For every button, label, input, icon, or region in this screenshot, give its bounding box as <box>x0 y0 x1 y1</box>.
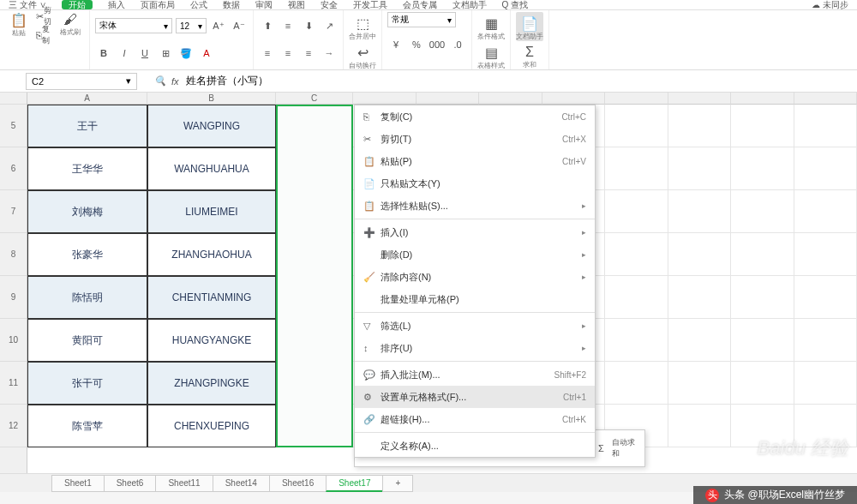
cell-b8[interactable]: ZHANGHAOHUA <box>147 233 276 276</box>
border-icon[interactable]: ⊞ <box>157 45 174 62</box>
cell-b12[interactable]: CHENXUEPING <box>147 405 276 447</box>
cell-a6[interactable]: 王华华 <box>27 147 147 190</box>
sheet-tab-sheet1[interactable]: Sheet1 <box>51 475 105 492</box>
increase-font-icon[interactable]: A⁺ <box>210 17 227 34</box>
menu-item-link[interactable]: 🔗超链接(H)...Ctrl+K <box>355 408 595 430</box>
menu-item-item[interactable]: 删除(D)▸ <box>355 243 595 266</box>
copy-button[interactable]: ⎘ 复制 <box>36 27 53 44</box>
cell-a12[interactable]: 陈雪苹 <box>27 405 147 447</box>
align-mid-icon[interactable]: ≡ <box>279 17 297 34</box>
cell-b9[interactable]: CHENTIANMING <box>147 276 276 319</box>
cell-b6[interactable]: WANGHUAHUA <box>147 147 276 190</box>
decrease-font-icon[interactable]: A⁻ <box>231 17 248 34</box>
tab-formula[interactable]: 公式 <box>190 0 207 11</box>
row-header[interactable]: 9 <box>0 276 27 319</box>
sort-icon: ↕ <box>363 343 381 353</box>
menu-item-format[interactable]: ⚙设置单元格格式(F)...Ctrl+1 <box>355 386 595 408</box>
cut-button[interactable]: ✂ 剪切 <box>36 8 53 25</box>
row-header[interactable]: 11 <box>0 362 27 405</box>
menu-item-copy[interactable]: ⎘复制(C)Ctrl+C <box>355 105 595 128</box>
menu-item-item[interactable]: 定义名称(A)... <box>355 435 595 457</box>
row-header[interactable]: 10 <box>0 319 27 362</box>
menu-item-paste[interactable]: 📋粘贴(P)Ctrl+V <box>355 150 595 172</box>
col-header-c[interactable]: C <box>276 93 353 105</box>
format-painter[interactable]: 🖌格式刷 <box>57 9 84 43</box>
row-header[interactable]: 7 <box>0 190 27 233</box>
align-top-icon[interactable]: ⬆ <box>259 17 276 34</box>
row-header[interactable]: 8 <box>0 233 27 276</box>
mini-sum-icon[interactable]: Σ <box>594 441 608 456</box>
sum-button[interactable]: Σ求和 <box>516 41 543 69</box>
inc-dec-icon[interactable]: .0 <box>449 36 466 53</box>
underline-icon[interactable]: U <box>136 45 153 62</box>
menu-item-clear[interactable]: 🧹清除内容(N)▸ <box>355 266 595 288</box>
formula-input[interactable]: 姓名拼音（小写） <box>186 74 268 88</box>
percent-icon[interactable]: % <box>408 36 425 53</box>
bold-icon[interactable]: B <box>95 45 112 62</box>
number-format-select[interactable]: 常规▾ <box>387 12 456 27</box>
cell-a9[interactable]: 陈恬明 <box>27 276 147 319</box>
currency-icon[interactable]: ¥ <box>387 36 405 53</box>
tab-insert[interactable]: 插入 <box>108 0 125 11</box>
cell-a5[interactable]: 王干 <box>27 105 147 147</box>
wrap-button[interactable]: ↩自动换行 <box>349 41 376 70</box>
menu-item-comment[interactable]: 💬插入批注(M)...Shift+F2 <box>355 363 595 386</box>
menu-item-paste-sp2[interactable]: 📋选择性粘贴(S)...▸ <box>355 195 595 217</box>
font-size-select[interactable]: 12▾ <box>176 18 207 33</box>
cell-b5[interactable]: WANGPING <box>147 105 276 147</box>
menu-item-sort[interactable]: ↕排序(U)▸ <box>355 337 595 359</box>
col-header-b[interactable]: B <box>147 93 276 105</box>
sheet-tab-sheet14[interactable]: Sheet14 <box>213 475 270 492</box>
add-sheet-button[interactable]: + <box>382 475 413 492</box>
cell-b7[interactable]: LIUMEIMEI <box>147 190 276 233</box>
search-label[interactable]: Q 查找 <box>502 0 529 11</box>
doc-helper-button[interactable]: 📄文档助手 <box>516 12 543 41</box>
col-header-a[interactable]: A <box>27 93 147 105</box>
sheet-tab-sheet17[interactable]: Sheet17 <box>326 475 383 492</box>
mini-format-btn[interactable]: 自动求和 <box>612 441 639 456</box>
zoom-icon[interactable]: 🔍 <box>154 75 166 87</box>
menu-item-paste-sp[interactable]: 📄只粘贴文本(Y) <box>355 172 595 195</box>
tab-dev[interactable]: 开发工具 <box>353 0 387 11</box>
comma-icon[interactable]: 000 <box>428 36 446 53</box>
cell-a11[interactable]: 张干可 <box>27 362 147 405</box>
font-name-select[interactable]: 宋体▾ <box>95 18 172 33</box>
cell-style-button[interactable]: ▤表格样式 <box>477 41 505 70</box>
row-header[interactable]: 12 <box>0 405 27 447</box>
menu-item-insert[interactable]: ➕插入(I)▸ <box>355 221 595 243</box>
cell-a8[interactable]: 张豪华 <box>27 233 147 276</box>
align-bot-icon[interactable]: ⬇ <box>300 17 317 34</box>
tab-security[interactable]: 安全 <box>321 0 338 11</box>
indent-icon[interactable]: → <box>321 45 338 62</box>
tab-helper[interactable]: 文档助手 <box>452 0 487 11</box>
merge-button[interactable]: ⬚合并居中 <box>349 12 376 41</box>
fx-icon[interactable]: fx <box>171 76 179 87</box>
menu-item-cut[interactable]: ✂剪切(T)Ctrl+X <box>355 128 595 150</box>
tab-data[interactable]: 数据 <box>223 0 240 11</box>
align-left-icon[interactable]: ≡ <box>259 45 276 62</box>
row-header[interactable]: 5 <box>0 105 27 147</box>
sheet-tab-sheet6[interactable]: Sheet6 <box>104 475 157 492</box>
cell-b10[interactable]: HUANGYANGKE <box>147 319 276 362</box>
cell-reference-box[interactable]: C2▾ <box>26 73 137 90</box>
align-center-icon[interactable]: ≡ <box>279 45 297 62</box>
cell-b11[interactable]: ZHANGPINGKE <box>147 362 276 405</box>
italic-icon[interactable]: I <box>116 45 133 62</box>
font-color-icon[interactable]: A <box>198 45 215 62</box>
sheet-tab-sheet11[interactable]: Sheet11 <box>155 475 213 492</box>
tab-review[interactable]: 审阅 <box>255 0 273 11</box>
tab-layout[interactable]: 页面布局 <box>141 0 175 11</box>
tab-member[interactable]: 会员专属 <box>403 0 437 11</box>
align-right-icon[interactable]: ≡ <box>300 45 317 62</box>
orient-icon[interactable]: ↗ <box>321 17 338 34</box>
fill-color-icon[interactable]: 🪣 <box>177 45 195 62</box>
menu-item-item[interactable]: 批量处理单元格(P) <box>355 288 595 310</box>
paste-button[interactable]: 📋粘贴 <box>5 9 33 43</box>
row-header[interactable]: 6 <box>0 147 27 190</box>
cell-a7[interactable]: 刘梅梅 <box>27 190 147 233</box>
tab-view[interactable]: 视图 <box>288 0 305 11</box>
cell-a10[interactable]: 黄阳可 <box>27 319 147 362</box>
sheet-tab-sheet16[interactable]: Sheet16 <box>269 475 327 492</box>
cond-format-button[interactable]: ▦条件格式 <box>477 12 505 41</box>
menu-item-filter[interactable]: ▽筛选(L)▸ <box>355 315 595 337</box>
